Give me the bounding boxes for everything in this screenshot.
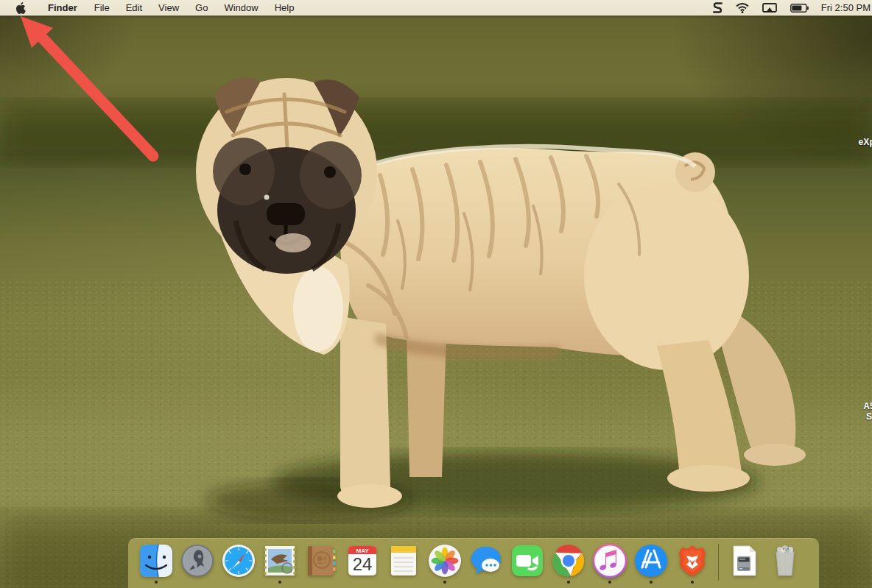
- menu-bar-right: Fri 2:50 PM: [706, 0, 872, 15]
- wallpaper-puppy-image: [0, 0, 872, 588]
- running-indicator: [691, 581, 694, 584]
- screen-mirroring-icon[interactable]: [756, 0, 784, 15]
- running-indicator: [155, 581, 158, 584]
- desktop-icon-label-line2: S: [863, 411, 872, 422]
- dock-item-mail[interactable]: [259, 543, 300, 587]
- app-store-icon: [633, 543, 669, 578]
- dock-item-launchpad[interactable]: [177, 543, 218, 587]
- finder-icon: [138, 543, 174, 578]
- menu-item-file[interactable]: File: [86, 0, 118, 15]
- dock-separator-line: [718, 544, 719, 581]
- dock-item-trash[interactable]: [764, 543, 806, 587]
- menu-item-view[interactable]: View: [150, 0, 187, 15]
- trash-full-icon: [767, 543, 803, 578]
- macos-desktop: eXp A5 S Finder File Edit View Go Window…: [0, 0, 872, 588]
- dock-item-finder[interactable]: [136, 543, 177, 587]
- desktop-icon-label[interactable]: eXp: [858, 137, 872, 147]
- dock: MAY 24: [128, 538, 819, 588]
- dock-item-documents-stack[interactable]: [723, 543, 764, 587]
- messages-icon: [468, 543, 504, 578]
- dock-item-messages[interactable]: [465, 543, 507, 587]
- calendar-month-text: MAY: [356, 548, 369, 554]
- dock-item-photos[interactable]: [424, 543, 465, 587]
- dock-item-app-store[interactable]: [630, 543, 672, 587]
- dock-item-contacts[interactable]: [300, 543, 342, 587]
- launchpad-icon: [180, 543, 215, 578]
- itunes-icon: [592, 543, 627, 578]
- brave-icon: [675, 543, 710, 578]
- menu-bar-clock[interactable]: Fri 2:50 PM: [815, 2, 872, 13]
- menu-item-go[interactable]: Go: [187, 0, 216, 15]
- safari-icon: [221, 543, 256, 578]
- apple-logo-icon: [15, 2, 26, 14]
- dock-separator: [713, 543, 723, 581]
- facetime-icon: [510, 543, 545, 578]
- apple-menu[interactable]: [0, 0, 39, 15]
- dock-item-facetime[interactable]: [507, 543, 548, 587]
- menu-bar-left: Finder File Edit View Go Window Help: [0, 0, 302, 15]
- dock-item-calendar[interactable]: MAY 24: [342, 543, 383, 587]
- menu-item-finder[interactable]: Finder: [39, 0, 86, 15]
- notes-icon: [386, 543, 421, 578]
- desktop-icon-label-line1: A5: [863, 401, 872, 411]
- running-indicator: [443, 581, 446, 584]
- photos-icon: [427, 543, 463, 578]
- document-disk-image-icon: [726, 543, 762, 578]
- mail-stamp-icon: [262, 543, 298, 578]
- s-app-status-icon[interactable]: [706, 0, 729, 15]
- menu-item-help[interactable]: Help: [267, 0, 303, 15]
- wifi-icon[interactable]: [729, 0, 756, 15]
- dock-item-brave[interactable]: [672, 543, 713, 587]
- running-indicator: [567, 581, 570, 584]
- battery-icon[interactable]: [784, 0, 815, 15]
- dock-item-safari[interactable]: [218, 543, 259, 587]
- contacts-book-icon: [303, 543, 339, 578]
- menu-item-edit[interactable]: Edit: [118, 0, 150, 15]
- menu-bar: Finder File Edit View Go Window Help: [0, 0, 872, 16]
- dock-item-chrome[interactable]: [548, 543, 589, 587]
- chrome-icon: [551, 543, 586, 578]
- running-indicator: [608, 581, 611, 584]
- calendar-icon: MAY 24: [345, 543, 380, 578]
- dock-item-itunes[interactable]: [589, 543, 630, 587]
- running-indicator: [650, 581, 653, 584]
- desktop-icon-label[interactable]: A5 S: [863, 401, 872, 422]
- dock-item-notes[interactable]: [383, 543, 424, 587]
- menu-item-window[interactable]: Window: [216, 0, 266, 15]
- running-indicator: [278, 581, 281, 584]
- calendar-day-text: 24: [353, 554, 373, 574]
